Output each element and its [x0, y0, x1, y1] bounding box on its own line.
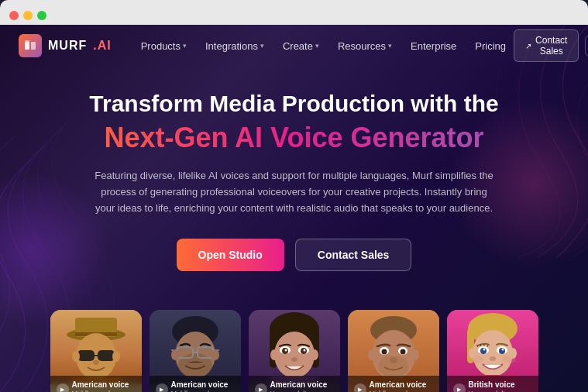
svg-point-35	[303, 349, 305, 351]
voice-cards-section: ▶ American voice Middle-aged	[0, 310, 588, 392]
nav-login-button[interactable]: ↗ Login	[585, 35, 588, 57]
logo[interactable]: MURF.AI	[19, 34, 112, 57]
voice-card-3[interactable]: ▶ American voice Young adult	[249, 310, 340, 392]
open-studio-button[interactable]: Open Studio	[177, 239, 284, 271]
svg-point-44	[381, 349, 387, 354]
nav-pricing[interactable]: Pricing	[467, 36, 514, 57]
nav-products-label: Products	[141, 40, 181, 52]
nav-pricing-label: Pricing	[475, 40, 506, 52]
nav-create-label: Create	[283, 40, 313, 52]
svg-point-63	[469, 348, 476, 359]
nav-links: Products ▾ Integrations ▾ Create ▾ Resou…	[133, 36, 514, 57]
svg-point-64	[509, 348, 517, 359]
svg-point-60	[490, 356, 496, 361]
contact-sales-hero-button[interactable]: Contact Sales	[295, 239, 412, 271]
svg-point-36	[291, 357, 297, 362]
voice-card-4-accent: American voice	[370, 380, 433, 390]
svg-rect-8	[98, 350, 115, 361]
traffic-light-red[interactable]	[9, 11, 19, 20]
voice-card-1-label: ▶ American voice Middle-aged	[50, 376, 142, 392]
logo-icon	[19, 34, 42, 57]
browser-chrome	[0, 0, 588, 25]
hero-description: Featuring diverse, lifelike AI voices an…	[93, 168, 496, 216]
voice-card-2-label: ▶ American voice Middle-aged	[150, 376, 241, 392]
hero-section: Transform Media Production with the Next…	[0, 67, 588, 310]
svg-rect-0	[25, 42, 29, 50]
traffic-light-yellow[interactable]	[23, 11, 33, 20]
svg-point-16	[178, 353, 212, 378]
logo-dot: .AI	[93, 39, 111, 53]
nav-integrations[interactable]: Integrations ▾	[198, 36, 272, 57]
svg-point-38	[311, 349, 318, 360]
svg-point-12	[72, 351, 80, 362]
hero-buttons: Open Studio Contact Sales	[62, 239, 526, 271]
voice-card-5[interactable]: ▶ British voice Young adult	[447, 310, 538, 392]
svg-point-10	[93, 360, 99, 365]
navbar: MURF.AI Products ▾ Integrations ▾ Create…	[0, 25, 588, 67]
svg-point-48	[368, 349, 376, 360]
nav-products-chevron: ▾	[183, 42, 187, 50]
nav-create[interactable]: Create ▾	[275, 36, 327, 57]
voice-card-5-play[interactable]: ▶	[453, 383, 466, 392]
logo-text: MURF	[48, 39, 87, 53]
nav-create-chevron: ▾	[315, 42, 319, 50]
nav-actions: ↗ Contact Sales ↗ Login 👤 Sign Up	[514, 29, 588, 62]
hero-title-gradient: Next-Gen AI Voice Generator	[62, 121, 526, 154]
svg-rect-2	[25, 40, 29, 43]
voice-card-1-play[interactable]: ▶	[57, 383, 69, 392]
main-content: MURF.AI Products ▾ Integrations ▾ Create…	[0, 25, 588, 392]
svg-point-25	[211, 349, 219, 360]
svg-point-37	[270, 349, 278, 360]
voice-card-3-play[interactable]: ▶	[255, 383, 267, 392]
traffic-light-green[interactable]	[37, 11, 46, 20]
svg-point-47	[378, 356, 409, 377]
svg-point-22	[192, 358, 198, 364]
svg-point-29	[274, 332, 315, 378]
hero-title-white: Transform Media Production with the	[62, 90, 526, 118]
voice-card-5-label: ▶ British voice Young adult	[447, 376, 538, 392]
voice-card-2-play[interactable]: ▶	[156, 383, 168, 392]
voice-card-3-label: ▶ American voice Young adult	[249, 376, 340, 392]
voice-card-1[interactable]: ▶ American voice Middle-aged	[50, 310, 142, 392]
nav-resources[interactable]: Resources ▾	[330, 36, 400, 57]
nav-integrations-chevron: ▾	[260, 42, 264, 50]
svg-point-59	[501, 348, 504, 350]
svg-point-45	[400, 349, 405, 354]
svg-point-49	[411, 349, 419, 360]
voice-card-4-label: ▶ American voice Middle-aged	[348, 376, 439, 392]
voice-card-2-accent: American voice	[171, 380, 235, 390]
svg-rect-7	[77, 350, 95, 361]
nav-products[interactable]: Products ▾	[133, 36, 194, 57]
voice-card-5-accent: British voice	[469, 380, 532, 390]
nav-contact-sales-label: Contact Sales	[535, 35, 567, 57]
nav-contact-sales-button[interactable]: ↗ Contact Sales	[514, 29, 579, 62]
svg-point-34	[284, 349, 287, 351]
voice-card-3-accent: American voice	[270, 380, 334, 390]
traffic-lights	[9, 11, 46, 20]
voice-card-4-play[interactable]: ▶	[354, 383, 366, 392]
nav-resources-chevron: ▾	[388, 42, 392, 50]
voice-card-1-accent: American voice	[72, 380, 136, 390]
nav-integrations-label: Integrations	[205, 40, 258, 52]
svg-point-58	[483, 348, 485, 350]
contact-sales-arrow-icon: ↗	[525, 42, 531, 50]
nav-enterprise-label: Enterprise	[411, 40, 456, 52]
svg-rect-1	[31, 42, 36, 50]
voice-card-2[interactable]: ▶ American voice Middle-aged	[150, 310, 241, 392]
nav-enterprise[interactable]: Enterprise	[403, 36, 464, 57]
voice-card-4[interactable]: ▶ American voice Middle-aged	[348, 310, 439, 392]
svg-point-24	[171, 349, 179, 360]
nav-resources-label: Resources	[338, 40, 386, 52]
svg-point-13	[112, 351, 120, 362]
